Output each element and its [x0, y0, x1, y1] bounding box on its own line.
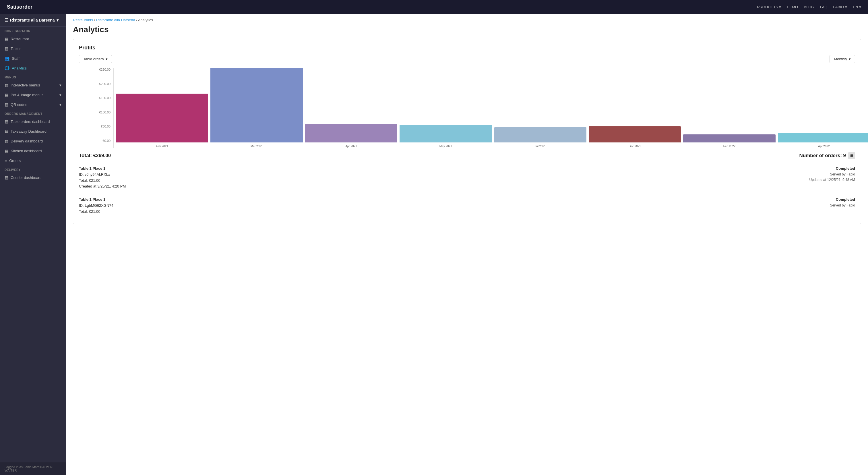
- period-dropdown[interactable]: Monthly ▾: [830, 55, 855, 63]
- sidebar-label-table-orders: Table orders dashboard: [11, 119, 50, 124]
- bar-label-3: May 2021: [439, 145, 452, 148]
- bar-1: [210, 68, 303, 143]
- section-delivery: DELIVERY: [0, 166, 66, 173]
- sidebar-label-kitchen: Kitchen dashboard: [11, 149, 42, 153]
- bar-group-7: Apr 2022: [778, 68, 868, 148]
- orders-icon: ≡: [5, 158, 7, 163]
- bar-5: [589, 126, 681, 143]
- sidebar-item-kitchen[interactable]: ▦ Kitchen dashboard: [0, 146, 66, 156]
- delivery-icon: ▦: [5, 139, 8, 143]
- order-left-1: Table 1 Place 1 ID: LgbMG62XGN74 Total: …: [79, 197, 113, 214]
- analytics-icon: 🌐: [5, 66, 9, 70]
- breadcrumb-current: Analytics: [138, 18, 153, 22]
- profits-card: Profits Table orders ▾ Monthly ▾: [73, 39, 861, 224]
- total-label: Total: €269.00: [79, 153, 111, 158]
- chevron-icon2: ▾: [59, 93, 61, 97]
- chart-bars: Feb 2021 Mar 2021 Apr 2021: [113, 68, 868, 148]
- section-menus: MENUS: [0, 73, 66, 80]
- sidebar-item-interactive-menus[interactable]: ▦ Interactive menus ▾: [0, 80, 66, 90]
- sidebar-item-restaurant[interactable]: ▦ Restaurant: [0, 34, 66, 43]
- profits-title: Profits: [79, 45, 855, 51]
- order-total-0: Total: €21.00: [79, 178, 126, 184]
- page-title: Analytics: [66, 22, 868, 39]
- kitchen-icon: ▦: [5, 148, 8, 153]
- summary-row: Total: €269.00 Number of orders: 9 ⊞: [79, 148, 855, 162]
- export-button[interactable]: ⊞: [848, 152, 855, 159]
- period-chevron: ▾: [849, 57, 851, 61]
- order-status-1: Completed: [830, 197, 855, 203]
- period-label: Monthly: [834, 57, 847, 61]
- sidebar-item-table-orders[interactable]: ▦ Table orders dashboard: [0, 117, 66, 126]
- sidebar-label-analytics: Analytics: [12, 66, 27, 70]
- bar-label-6: Feb 2022: [723, 145, 735, 148]
- bar-6: [683, 135, 775, 143]
- order-title-1: Table 1 Place 1: [79, 197, 113, 203]
- chart-controls: Table orders ▾ Monthly ▾: [79, 55, 855, 63]
- bar-7: [778, 133, 868, 143]
- sidebar-label-staff: Staff: [12, 56, 20, 61]
- qr-codes-icon: ▦: [5, 102, 8, 107]
- bar-group-5: Dec 2021: [589, 68, 681, 148]
- sidebar-item-takeaway[interactable]: ▦ Takeaway Dashboard: [0, 126, 66, 136]
- brand-logo[interactable]: Satisorder: [7, 4, 32, 10]
- section-configurator: CONFIGURATOR: [0, 27, 66, 34]
- sidebar-item-analytics[interactable]: 🌐 Analytics: [0, 63, 66, 73]
- nav-products[interactable]: PRODUCTS ▾: [757, 5, 781, 9]
- sidebar-label-pdf-menus: Pdf & Image menus: [11, 93, 43, 97]
- sidebar-label-tables: Tables: [11, 47, 22, 51]
- order-right-0: Completed Served by Fabio Updated at 12/…: [809, 166, 855, 183]
- order-title-0: Table 1 Place 1: [79, 166, 126, 172]
- bar-group-6: Feb 2022: [683, 68, 775, 148]
- chevron-icon: ▾: [59, 83, 61, 87]
- y-axis: €250.00 €200.00 €150.00 €100.00 €50.00 €…: [96, 68, 112, 143]
- order-status-0: Completed: [809, 166, 855, 172]
- nav-language[interactable]: EN ▾: [853, 5, 861, 9]
- breadcrumb-restaurants[interactable]: Restaurants: [73, 18, 93, 22]
- bar-group-1: Mar 2021: [210, 68, 303, 148]
- sidebar-item-courier[interactable]: ▦ Courier dashboard: [0, 173, 66, 182]
- interactive-menus-icon: ▦: [5, 83, 8, 87]
- filter-dropdown[interactable]: Table orders ▾: [79, 55, 112, 63]
- pdf-menus-icon: ▦: [5, 92, 8, 97]
- sidebar-item-delivery[interactable]: ▦ Delivery dashboard: [0, 136, 66, 146]
- courier-icon: ▦: [5, 175, 8, 180]
- nav-blog[interactable]: BLOG: [804, 5, 814, 9]
- chart-wrapper: €250.00 €200.00 €150.00 €100.00 €50.00 €…: [96, 68, 868, 148]
- staff-icon: 👥: [5, 56, 9, 61]
- bar-label-7: Apr 2022: [818, 145, 830, 148]
- sidebar-label-delivery: Delivery dashboard: [11, 139, 43, 143]
- restaurant-selector[interactable]: ☰ Ristorante alla Darsena ▾: [0, 14, 66, 27]
- nav-fabio[interactable]: FABIO ▾: [833, 5, 847, 9]
- bar-label-2: Apr 2021: [345, 145, 357, 148]
- sidebar: ☰ Ristorante alla Darsena ▾ CONFIGURATOR…: [0, 14, 66, 475]
- order-left-0: Table 1 Place 1 ID: vJny94AkRXbx Total: …: [79, 166, 126, 189]
- nav-demo[interactable]: DEMO: [787, 5, 798, 9]
- sidebar-label-qr-codes: QR codes: [11, 102, 27, 107]
- sidebar-item-qr-codes[interactable]: ▦ QR codes ▾: [0, 100, 66, 110]
- bar-label-0: Feb 2021: [156, 145, 168, 148]
- sidebar-footer: Logged in as Fabio Marelli ADMIN, WAITER: [0, 462, 66, 475]
- takeaway-icon: ▦: [5, 129, 8, 133]
- filter-label: Table orders: [83, 57, 104, 61]
- bar-group-3: May 2021: [400, 68, 492, 148]
- hamburger-icon: ☰: [5, 18, 8, 22]
- sidebar-item-pdf-menus[interactable]: ▦ Pdf & Image menus ▾: [0, 90, 66, 100]
- sidebar-item-staff[interactable]: 👥 Staff: [0, 53, 66, 63]
- breadcrumb: Restaurants / Ristorante alla Darsena / …: [66, 14, 868, 22]
- bar-2: [305, 124, 397, 143]
- main-content: Restaurants / Ristorante alla Darsena / …: [66, 14, 868, 475]
- nav-links: PRODUCTS ▾ DEMO BLOG FAQ FABIO ▾ EN ▾: [757, 5, 861, 9]
- breadcrumb-restaurant-name[interactable]: Ristorante alla Darsena: [96, 18, 135, 22]
- restaurant-icon: ▦: [5, 36, 8, 41]
- bar-label-4: Jul 2021: [535, 145, 546, 148]
- sidebar-item-tables[interactable]: ▦ Tables: [0, 43, 66, 53]
- sidebar-item-orders[interactable]: ≡ Orders: [0, 156, 66, 166]
- order-created-0: Created at 3/25/21, 4:20 PM: [79, 183, 126, 189]
- tables-icon: ▦: [5, 46, 8, 51]
- layout: ☰ Ristorante alla Darsena ▾ CONFIGURATOR…: [0, 14, 868, 475]
- order-served-0: Served by Fabio: [809, 172, 855, 177]
- nav-faq[interactable]: FAQ: [820, 5, 827, 9]
- top-navigation: Satisorder PRODUCTS ▾ DEMO BLOG FAQ FABI…: [0, 0, 868, 14]
- bar-group-4: Jul 2021: [494, 68, 586, 148]
- orders-list: Table 1 Place 1 ID: vJny94AkRXbx Total: …: [79, 162, 855, 218]
